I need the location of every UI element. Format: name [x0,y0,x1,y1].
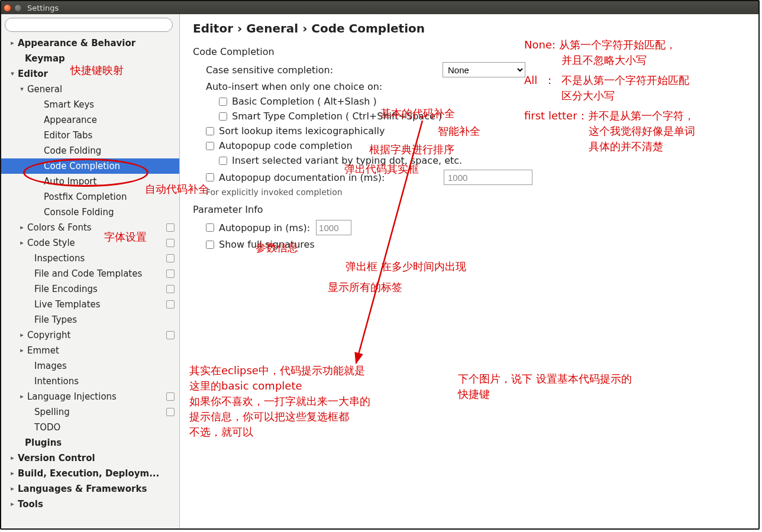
tree-arrow-icon: ▸ [19,389,25,404]
tree-item-label: Intentions [34,374,79,389]
tree-item-label: Editor [18,66,48,82]
tree-item[interactable]: Editor Tabs [1,128,179,143]
tree-item[interactable]: Console Folding [1,205,179,220]
tree-item-label: Images [34,358,67,374]
window-close-icon[interactable] [4,4,11,12]
hint-autodoc: For explicitly invoked completion [193,187,745,197]
tree-item[interactable]: Plugins [1,435,179,450]
tree-arrow-icon: ▾ [9,66,15,82]
label-smart-completion: Smart Type Completion ( Ctrl+Shift+Space… [232,111,442,122]
chk-basic-completion[interactable] [219,98,227,106]
tree-item[interactable]: Live Templates [1,297,179,312]
tree-item[interactable]: TODO [1,420,179,435]
tree-arrow-icon: ▸ [9,481,15,497]
tree-arrow-icon: ▸ [9,35,15,51]
tree-item-label: Tools [18,497,43,512]
section-param-info: Parameter Info [193,204,745,215]
chk-insert-variant[interactable] [219,157,227,165]
tree-item-label: Postfix Completion [44,189,127,205]
tree-item-badge-icon [166,392,175,401]
tree-item-label: Code Folding [44,143,101,158]
tree-item[interactable]: File Encodings [1,281,179,297]
tree-item-label: Code Style [27,235,75,251]
tree-item[interactable]: ▾General [1,82,179,97]
settings-tree: ▸Appearance & BehaviorKeymap▾Editor▾Gene… [1,34,179,528]
tree-item[interactable]: ▸Code Style [1,235,179,251]
tree-item[interactable]: Auto Import [1,174,179,189]
tree-item-label: Colors & Fonts [27,220,92,235]
tree-item-label: Auto Import [44,174,96,189]
tree-item[interactable]: File Types [1,312,179,327]
label-show-full: Show full signatures [219,239,315,250]
tree-item[interactable]: ▸Copyright [1,327,179,343]
tree-item-badge-icon [166,408,175,416]
tree-item[interactable]: ▸Appearance & Behavior [1,35,179,51]
tree-item-label: TODO [34,420,60,435]
section-code-completion: Code Completion [193,46,745,57]
case-sensitive-select[interactable]: None [443,62,525,77]
label-basic-completion: Basic Completion ( Alt+Slash ) [232,96,377,107]
chk-show-full[interactable] [206,241,214,249]
tree-item-badge-icon [166,223,175,232]
tree-item[interactable]: Keymap [1,51,179,66]
tree-item[interactable]: Smart Keys [1,97,179,112]
tree-item[interactable]: Inspections [1,251,179,266]
tree-item[interactable]: Spelling [1,404,179,420]
tree-item[interactable]: ▾Editor [1,66,179,82]
tree-arrow-icon: ▸ [19,235,25,251]
tree-item[interactable]: ▸Version Control [1,450,179,466]
label-autopopup-code: Autopopup code completion [219,140,353,151]
tree-arrow-icon: ▸ [9,450,15,466]
settings-search-input[interactable] [5,18,173,32]
tree-item[interactable]: Images [1,358,179,374]
chk-sort-lex[interactable] [206,127,214,135]
tree-item-label: Editor Tabs [44,128,92,143]
anno-full-sig: 显示所有的标签 [328,280,402,295]
tree-item-label: Code Completion [44,158,120,174]
tree-item[interactable]: ▸Languages & Frameworks [1,481,179,497]
tree-item-label: Console Folding [44,205,114,220]
tree-item-label: Languages & Frameworks [18,481,147,497]
chk-autopopup-code[interactable] [206,142,214,150]
tree-item[interactable]: Intentions [1,374,179,389]
tree-item-label: Plugins [25,435,62,450]
tree-item-badge-icon [166,300,175,309]
window-minimize-icon[interactable] [14,4,22,12]
tree-item-label: File Types [34,312,77,327]
label-sort-lex: Sort lookup items lexicographically [219,125,385,137]
label-param-auto: Autopopup in (ms): [219,222,310,233]
tree-item-label: Build, Execution, Deploym... [18,466,159,481]
tree-item[interactable]: File and Code Templates [1,266,179,281]
settings-sidebar: ▸Appearance & BehaviorKeymap▾Editor▾Gene… [1,14,180,528]
tree-item[interactable]: ▸Language Injections [1,389,179,404]
label-auto-insert: Auto-insert when only one choice on: [206,81,382,92]
tree-item[interactable]: Code Folding [1,143,179,158]
tree-item-label: Keymap [25,51,65,66]
tree-item-badge-icon [166,331,175,339]
tree-item[interactable]: ▸Build, Execution, Deploym... [1,466,179,481]
breadcrumb: Editor › General › Code Completion [193,21,745,35]
tree-item-label: General [27,82,62,97]
tree-item[interactable]: Postfix Completion [1,189,179,205]
tree-item[interactable]: ▸Tools [1,497,179,512]
tree-item[interactable]: Code Completion [1,158,179,174]
tree-item-label: Smart Keys [44,97,94,112]
label-autodoc: Autopopup documentation in (ms): [219,172,444,183]
tree-item[interactable]: Appearance [1,112,179,128]
tree-item-badge-icon [166,285,175,293]
chk-smart-completion[interactable] [219,112,227,121]
input-autodoc-ms[interactable] [444,170,532,185]
input-param-ms[interactable] [316,220,351,235]
anno-popup-time: 弹出框 在多少时间内出现 [346,259,466,274]
chk-param-auto[interactable] [206,223,214,232]
tree-item-label: Inspections [34,251,85,266]
tree-item-label: Emmet [27,343,59,358]
tree-item[interactable]: ▸Emmet [1,343,179,358]
tree-item-label: Appearance [44,112,97,128]
tree-item-badge-icon [166,239,175,247]
tree-item-label: Live Templates [34,297,101,312]
tree-arrow-icon: ▸ [19,343,25,358]
tree-item[interactable]: ▸Colors & Fonts [1,220,179,235]
window-title: Settings [27,4,59,12]
chk-autodoc[interactable] [206,173,214,181]
